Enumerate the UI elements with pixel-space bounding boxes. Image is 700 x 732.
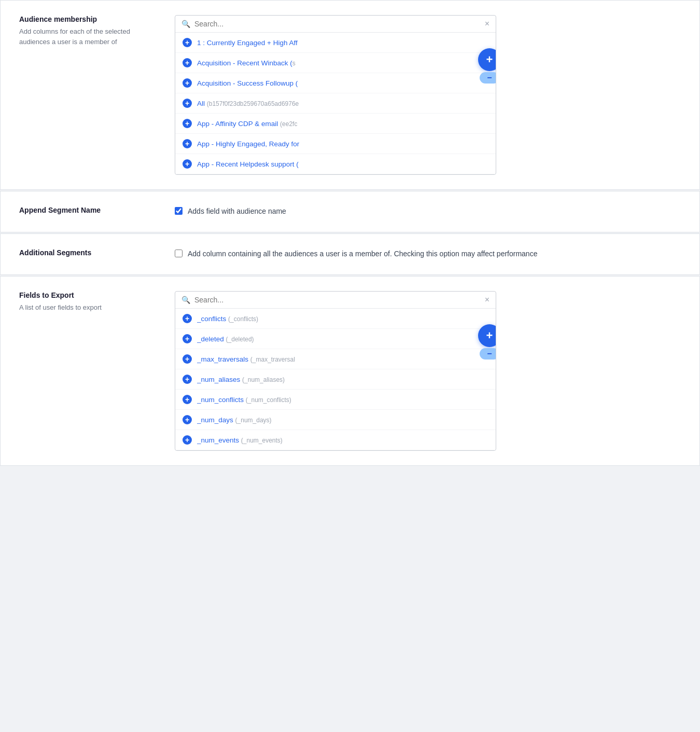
add-icon[interactable]: +: [183, 159, 192, 169]
item-text: _num_days (_num_days): [197, 416, 272, 424]
list-item[interactable]: + _num_events (_num_events): [175, 430, 496, 450]
audience-dropdown-list: + 1 : Currently Engaged + High Aff + Acq…: [175, 33, 496, 174]
fields-list-inner[interactable]: + _conflicts (_conflicts) + _deleted (_d…: [175, 309, 496, 450]
item-text: _num_aliases (_num_aliases): [197, 376, 285, 383]
append-segment-checkbox-row: Adds field with audience name: [175, 206, 681, 217]
audience-membership-content: 🔍 × + 1 : Currently Engaged + High Aff +: [175, 15, 681, 175]
list-item[interactable]: + App - Recent Helpdesk support (: [175, 154, 496, 174]
fields-search-clear[interactable]: ×: [485, 296, 489, 304]
item-text: Acquisition - Success Followup (: [197, 79, 298, 87]
audience-scroll-controls: + −: [478, 48, 496, 84]
list-item[interactable]: + _num_days (_num_days): [175, 410, 496, 430]
add-icon[interactable]: +: [183, 119, 192, 128]
fields-scroll-controls: + −: [478, 324, 496, 360]
add-icon[interactable]: +: [183, 99, 192, 108]
add-icon[interactable]: +: [183, 435, 192, 445]
additional-segments-section: Additional Segments Add column containin…: [0, 233, 700, 275]
add-icon[interactable]: +: [183, 334, 192, 343]
add-icon[interactable]: +: [183, 139, 192, 148]
fields-dropdown-list: + _conflicts (_conflicts) + _deleted (_d…: [175, 309, 496, 450]
list-item[interactable]: + All (b157f0f23db259670a65ad6976e: [175, 93, 496, 114]
append-segment-section: Append Segment Name Adds field with audi…: [0, 191, 700, 232]
fields-search-box: 🔍 × + _conflicts (_conflicts) + _deleted…: [175, 291, 496, 451]
item-text: Acquisition - Recent Winback (s: [197, 59, 296, 67]
add-icon[interactable]: +: [183, 354, 192, 364]
append-segment-checkbox-label: Adds field with audience name: [188, 206, 286, 217]
add-icon[interactable]: +: [183, 395, 192, 404]
list-item[interactable]: + _num_conflicts (_num_conflicts): [175, 390, 496, 410]
audience-add-button[interactable]: +: [478, 48, 496, 71]
fields-search-row: 🔍 ×: [175, 292, 496, 309]
list-item[interactable]: + _num_aliases (_num_aliases): [175, 369, 496, 390]
fields-search-input[interactable]: [194, 296, 485, 304]
additional-segments-checkbox-row: Add column containing all the audiences …: [175, 248, 681, 259]
add-icon[interactable]: +: [183, 415, 192, 424]
audience-membership-title: Audience membership: [19, 15, 154, 23]
additional-segments-title: Additional Segments: [19, 248, 154, 257]
audience-membership-label: Audience membership Add columns for each…: [19, 15, 154, 47]
list-item[interactable]: + 1 : Currently Engaged + High Aff: [175, 33, 496, 53]
additional-segments-checkbox-label: Add column containing all the audiences …: [188, 248, 537, 259]
fields-to-export-content: 🔍 × + _conflicts (_conflicts) + _deleted…: [175, 291, 681, 451]
audience-search-box: 🔍 × + 1 : Currently Engaged + High Aff +: [175, 15, 496, 175]
item-text: _num_conflicts (_num_conflicts): [197, 396, 291, 404]
add-icon[interactable]: +: [183, 78, 192, 88]
item-text: App - Recent Helpdesk support (: [197, 160, 299, 168]
item-text: _conflicts (_conflicts): [197, 315, 258, 323]
add-icon[interactable]: +: [183, 314, 192, 323]
fields-search-icon: 🔍: [181, 296, 190, 304]
append-segment-title: Append Segment Name: [19, 206, 154, 214]
item-text: App - Affinity CDP & email (ee2fc: [197, 120, 297, 128]
fields-to-export-desc: A list of user fields to export: [19, 302, 154, 313]
audience-list-inner[interactable]: + 1 : Currently Engaged + High Aff + Acq…: [175, 33, 496, 174]
add-icon[interactable]: +: [183, 58, 192, 67]
audience-remove-button[interactable]: −: [480, 72, 496, 84]
audience-search-input[interactable]: [194, 20, 485, 28]
audience-membership-desc: Add columns for each of the selected aud…: [19, 26, 154, 47]
append-segment-label: Append Segment Name: [19, 206, 154, 217]
item-text: _deleted (_deleted): [197, 335, 254, 343]
append-segment-checkbox[interactable]: [175, 207, 183, 215]
list-item[interactable]: + Acquisition - Recent Winback (s: [175, 53, 496, 73]
list-item[interactable]: + Acquisition - Success Followup (: [175, 73, 496, 93]
fields-to-export-section: Fields to Export A list of user fields t…: [0, 276, 700, 466]
list-item[interactable]: + _max_traversals (_max_traversal: [175, 349, 496, 369]
item-text: App - Highly Engaged, Ready for: [197, 140, 299, 148]
audience-search-clear[interactable]: ×: [485, 20, 489, 28]
item-text: _max_traversals (_max_traversal: [197, 355, 295, 363]
fields-remove-button[interactable]: −: [480, 348, 496, 360]
list-item[interactable]: + App - Affinity CDP & email (ee2fc: [175, 114, 496, 134]
add-icon[interactable]: +: [183, 38, 192, 47]
audience-search-row: 🔍 ×: [175, 16, 496, 33]
additional-segments-label: Additional Segments: [19, 248, 154, 260]
item-text: All (b157f0f23db259670a65ad6976e: [197, 100, 299, 107]
append-segment-content: Adds field with audience name: [175, 206, 681, 217]
add-icon[interactable]: +: [183, 375, 192, 384]
list-item[interactable]: + _conflicts (_conflicts): [175, 309, 496, 329]
list-item[interactable]: + App - Highly Engaged, Ready for: [175, 134, 496, 154]
item-text: 1 : Currently Engaged + High Aff: [197, 39, 298, 47]
fields-to-export-label: Fields to Export A list of user fields t…: [19, 291, 154, 313]
audience-membership-section: Audience membership Add columns for each…: [0, 0, 700, 190]
additional-segments-checkbox[interactable]: [175, 250, 183, 257]
item-text: _num_events (_num_events): [197, 436, 283, 444]
additional-segments-content: Add column containing all the audiences …: [175, 248, 681, 259]
fields-add-button[interactable]: +: [478, 324, 496, 347]
search-icon: 🔍: [181, 20, 190, 28]
list-item[interactable]: + _deleted (_deleted): [175, 329, 496, 349]
fields-to-export-title: Fields to Export: [19, 291, 154, 299]
